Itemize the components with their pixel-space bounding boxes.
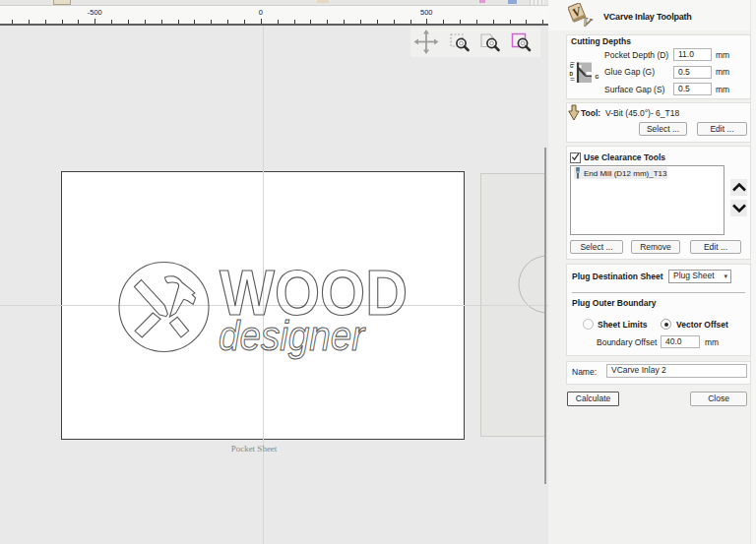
svg-text:D: D — [570, 71, 574, 77]
svg-text:G: G — [596, 74, 599, 80]
svg-text:G: G — [570, 64, 574, 69]
svg-text:designer: designer — [219, 313, 366, 359]
